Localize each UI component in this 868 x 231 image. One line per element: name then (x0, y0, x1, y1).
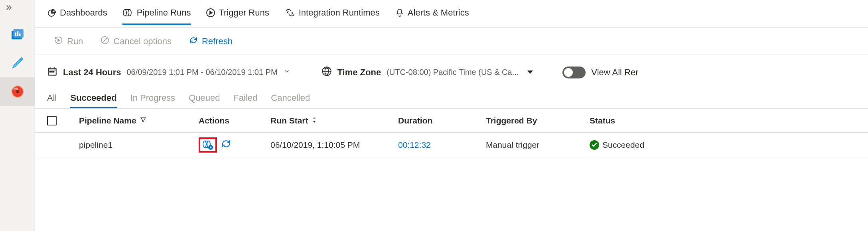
integration-icon (284, 8, 296, 18)
filter-icon (140, 116, 147, 125)
rail-item-monitor[interactable] (0, 77, 35, 106)
status-tab-cancelled[interactable]: Cancelled (271, 93, 310, 108)
time-range-picker[interactable]: Last 24 Hours 06/09/2019 1:01 PM - 06/10… (47, 66, 290, 78)
svg-point-10 (123, 10, 126, 16)
run-label: Run (67, 36, 83, 47)
tab-trigger-runs-label: Trigger Runs (219, 8, 269, 18)
tab-dashboards-label: Dashboards (60, 8, 107, 18)
svg-rect-2 (15, 33, 16, 36)
tab-trigger-runs[interactable]: Trigger Runs (206, 8, 269, 25)
sort-icon (312, 116, 317, 125)
pie-chart-icon (47, 8, 57, 18)
chevron-down-icon (283, 68, 290, 77)
toggle-knob (564, 68, 573, 77)
view-activity-runs-icon[interactable] (199, 137, 217, 153)
cancel-icon (101, 36, 109, 47)
col-pipeline-name-label: Pipeline Name (79, 116, 136, 125)
rail-item-author[interactable] (0, 49, 35, 77)
cell-status: Succeeded (590, 140, 709, 150)
status-tab-all[interactable]: All (47, 93, 57, 108)
col-triggered-by[interactable]: Triggered By (486, 116, 590, 125)
col-status-label: Status (590, 116, 615, 125)
col-status[interactable]: Status (590, 116, 709, 125)
cell-status-label: Succeeded (602, 140, 644, 150)
tab-dashboards[interactable]: Dashboards (47, 8, 107, 25)
toolbar: Run Cancel options Refresh (35, 28, 868, 55)
expand-rail-icon[interactable] (6, 3, 14, 14)
svg-rect-17 (53, 71, 54, 72)
left-rail (0, 0, 35, 231)
cell-run-start: 06/10/2019, 1:10:05 PM (270, 140, 398, 150)
rerun-icon[interactable] (221, 139, 231, 151)
view-all-label: View All Rer (591, 67, 638, 78)
run-icon (54, 36, 63, 47)
caret-down-icon (527, 70, 533, 74)
col-run-start-label: Run Start (270, 116, 308, 125)
cell-triggered-by: Manual trigger (486, 140, 590, 150)
svg-rect-16 (51, 71, 52, 72)
svg-point-19 (203, 141, 206, 147)
col-run-start[interactable]: Run Start (270, 116, 398, 125)
cancel-options-button[interactable]: Cancel options (97, 33, 175, 49)
runs-table: Pipeline Name Actions Run Start Duration (35, 109, 868, 157)
table-header: Pipeline Name Actions Run Start Duration (35, 109, 868, 133)
col-duration[interactable]: Duration (398, 116, 486, 125)
main-content: Dashboards Pipeline Runs Trigger Runs In… (35, 0, 868, 231)
timezone-picker[interactable]: Time Zone (UTC-08:00) Pacific Time (US &… (322, 66, 533, 78)
time-range-label: Last 24 Hours (63, 67, 121, 78)
tab-pipeline-runs[interactable]: Pipeline Runs (122, 8, 191, 25)
tab-pipeline-runs-label: Pipeline Runs (137, 8, 191, 18)
col-pipeline-name[interactable]: Pipeline Name (79, 116, 199, 125)
play-circle-icon (206, 8, 215, 18)
rail-item-overview[interactable] (0, 20, 35, 49)
svg-point-8 (13, 88, 18, 90)
view-all-toggle[interactable] (562, 67, 586, 78)
svg-rect-3 (17, 31, 18, 36)
table-row[interactable]: pipeline1 06/10/2019, 1:10:05 PM 00:12:3… (35, 133, 868, 157)
svg-rect-15 (50, 71, 51, 72)
select-all-checkbox[interactable] (47, 116, 57, 125)
status-tab-failed[interactable]: Failed (233, 93, 257, 108)
cell-actions (199, 137, 270, 153)
svg-rect-4 (19, 33, 20, 36)
col-actions: Actions (199, 116, 270, 125)
success-check-icon (590, 140, 599, 150)
time-range-value: 06/09/2019 1:01 PM - 06/10/2019 1:01 PM (127, 68, 278, 77)
status-tab-succeeded[interactable]: Succeeded (70, 93, 116, 108)
calendar-icon (47, 66, 57, 78)
top-nav: Dashboards Pipeline Runs Trigger Runs In… (35, 0, 868, 28)
globe-icon (322, 66, 332, 78)
status-tab-queued[interactable]: Queued (189, 93, 220, 108)
timezone-value: (UTC-08:00) Pacific Time (US & Ca... (387, 68, 519, 77)
pipeline-icon (122, 8, 134, 18)
timezone-label: Time Zone (337, 67, 381, 78)
tab-integration-runtimes-label: Integration Runtimes (299, 8, 380, 18)
tab-alerts-metrics-label: Alerts & Metrics (408, 8, 469, 18)
view-all-toggle-group: View All Rer (562, 67, 638, 78)
status-tab-in-progress[interactable]: In Progress (130, 93, 176, 108)
status-tabs: All Succeeded In Progress Queued Failed … (35, 90, 868, 109)
bell-icon (395, 8, 404, 18)
refresh-button[interactable]: Refresh (186, 33, 236, 49)
col-triggered-by-label: Triggered By (486, 116, 537, 125)
tab-alerts-metrics[interactable]: Alerts & Metrics (395, 8, 469, 25)
cancel-options-label: Cancel options (113, 36, 172, 47)
refresh-label: Refresh (202, 36, 233, 47)
filter-bar: Last 24 Hours 06/09/2019 1:01 PM - 06/10… (35, 55, 868, 90)
svg-point-11 (128, 10, 131, 16)
run-button[interactable]: Run (51, 33, 86, 49)
cell-pipeline-name[interactable]: pipeline1 (79, 140, 199, 150)
cell-duration[interactable]: 00:12:32 (398, 140, 486, 150)
tab-integration-runtimes[interactable]: Integration Runtimes (284, 8, 380, 25)
col-duration-label: Duration (398, 116, 432, 125)
refresh-icon (189, 36, 198, 47)
col-actions-label: Actions (199, 116, 229, 125)
